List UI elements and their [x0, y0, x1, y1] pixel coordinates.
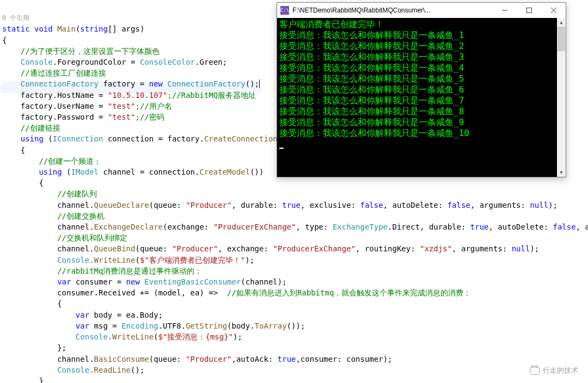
code-lens[interactable]: 0 个引用: [2, 14, 29, 22]
console-line: 客户端消费者已创建完毕！: [279, 19, 564, 30]
scroll-up-icon[interactable]: ▲: [557, 18, 566, 27]
console-window[interactable]: C:\ F:\NETDemo\RabbitMQ\RabbitMQConsumer…: [277, 2, 566, 177]
scroll-down-icon[interactable]: ▼: [557, 168, 566, 177]
console-line: 接受消息：我该怎么和你解释我只是一条咸鱼_8: [279, 106, 564, 117]
console-line: 接受消息：我该怎么和你解释我只是一条咸鱼_6: [279, 84, 564, 95]
console-line: 接受消息：我该怎么和你解释我只是一条咸鱼_10: [279, 128, 564, 139]
window-title: F:\NETDemo\RabbitMQ\RabbitMQConsumer\...: [292, 7, 492, 14]
watermark: 行走的技术: [530, 366, 578, 375]
console-line: 接受消息：我该怎么和你解释我只是一条咸鱼_2: [279, 41, 564, 52]
console-line: 接受消息：我该怎么和你解释我只是一条咸鱼_9: [279, 117, 564, 128]
console-cursor: [279, 147, 284, 149]
wechat-icon: [530, 367, 540, 375]
console-line: 接受消息：我该怎么和你解释我只是一条咸鱼_3: [279, 52, 564, 63]
scroll-thumb[interactable]: [558, 27, 565, 51]
console-line: 接受消息：我该怎么和你解释我只是一条咸鱼_7: [279, 95, 564, 106]
text-cursor: [259, 79, 260, 88]
console-icon: C:\: [280, 6, 289, 15]
close-button[interactable]: [541, 3, 566, 18]
console-output[interactable]: 客户端消费者已创建完毕！ 接受消息：我该怎么和你解释我只是一条咸鱼_1 接受消息…: [277, 18, 566, 177]
scrollbar[interactable]: ▲ ▼: [557, 18, 566, 177]
console-line: 接受消息：我该怎么和你解释我只是一条咸鱼_4: [279, 63, 564, 73]
titlebar[interactable]: C:\ F:\NETDemo\RabbitMQ\RabbitMQConsumer…: [277, 3, 566, 18]
console-line: 接受消息：我该怎么和你解释我只是一条咸鱼_1: [279, 30, 564, 41]
minimize-button[interactable]: [492, 3, 517, 18]
svg-rect-1: [526, 8, 531, 13]
maximize-button[interactable]: [517, 3, 541, 18]
console-line: 接受消息：我该怎么和你解释我只是一条咸鱼_5: [279, 73, 564, 84]
